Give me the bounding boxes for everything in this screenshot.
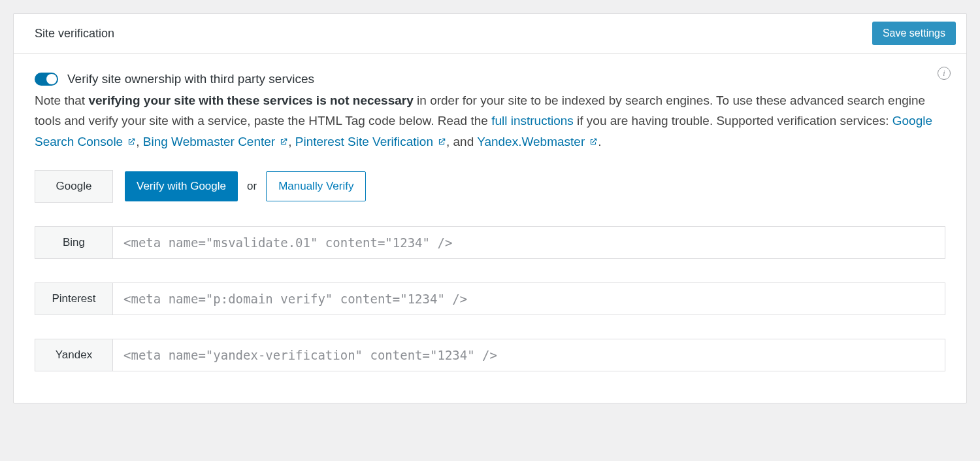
google-row-content: Verify with Google or Manually Verify xyxy=(113,170,945,203)
verify-toggle[interactable] xyxy=(35,73,58,86)
pinterest-verification-link[interactable]: Pinterest Site Verification xyxy=(295,135,433,148)
external-link-icon xyxy=(437,137,446,146)
description-text: Note that verifying your site with these… xyxy=(35,90,945,152)
verification-rows: Google Verify with Google or Manually Ve… xyxy=(35,170,945,371)
external-link-icon xyxy=(127,137,136,146)
toggle-row: Verify site ownership with third party s… xyxy=(35,72,945,86)
full-instructions-link[interactable]: full instructions xyxy=(491,114,574,128)
site-verification-panel: Site verification Save settings i Verify… xyxy=(13,13,967,403)
desc-pre: Note that xyxy=(35,94,88,107)
bing-row: Bing xyxy=(35,226,945,259)
sep1: , xyxy=(136,135,143,148)
desc-post-instructions: if you are having trouble. Supported ver… xyxy=(574,114,892,128)
verify-with-google-button[interactable]: Verify with Google xyxy=(125,171,238,201)
pinterest-input[interactable] xyxy=(113,282,945,315)
bing-row-content xyxy=(113,226,945,259)
pinterest-row: Pinterest xyxy=(35,282,945,315)
google-label: Google xyxy=(35,170,113,203)
yandex-input[interactable] xyxy=(113,339,945,371)
yandex-webmaster-link[interactable]: Yandex.Webmaster xyxy=(477,135,585,148)
or-text: or xyxy=(247,180,257,193)
pinterest-label: Pinterest xyxy=(35,282,113,315)
yandex-label: Yandex xyxy=(35,339,113,371)
yandex-row-content xyxy=(113,339,945,371)
panel-body: i Verify site ownership with third party… xyxy=(14,54,966,403)
google-row: Google Verify with Google or Manually Ve… xyxy=(35,170,945,203)
save-settings-button[interactable]: Save settings xyxy=(872,22,956,45)
bing-webmaster-link[interactable]: Bing Webmaster Center xyxy=(143,135,275,148)
desc-bold: verifying your site with these services … xyxy=(88,94,413,107)
external-link-icon xyxy=(279,137,288,146)
panel-header: Site verification Save settings xyxy=(14,14,966,54)
external-link-icon xyxy=(589,137,598,146)
desc-end: . xyxy=(598,135,601,148)
panel-title: Site verification xyxy=(35,27,114,41)
bing-label: Bing xyxy=(35,226,113,259)
yandex-row: Yandex xyxy=(35,339,945,371)
and-text: , and xyxy=(446,135,477,148)
pinterest-row-content xyxy=(113,282,945,315)
manually-verify-button[interactable]: Manually Verify xyxy=(266,171,366,201)
info-icon[interactable]: i xyxy=(938,67,951,80)
bing-input[interactable] xyxy=(113,226,945,259)
toggle-label: Verify site ownership with third party s… xyxy=(67,72,314,86)
sep2: , xyxy=(288,135,295,148)
